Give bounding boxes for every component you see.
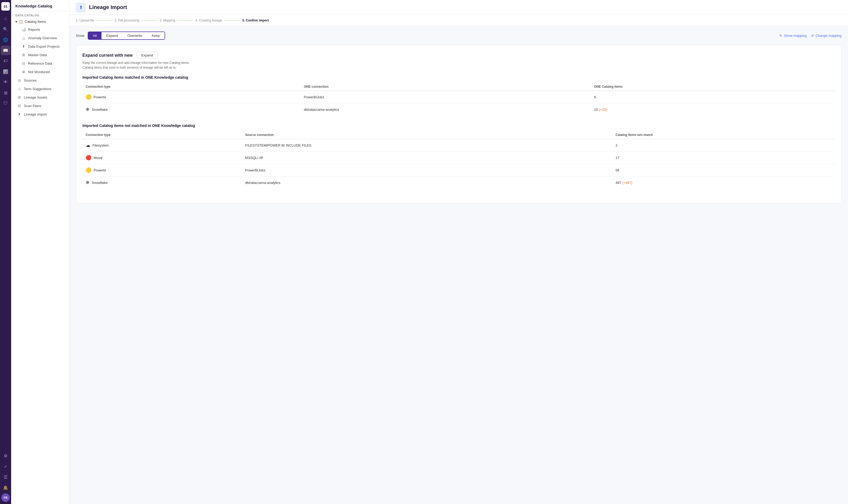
- lineage-assets-icon: ⊞: [17, 95, 22, 100]
- powerbi-icon-1: 🟡: [86, 94, 91, 100]
- filter-show-label: Show: [76, 34, 85, 38]
- bar-chart-icon[interactable]: 📊: [1, 67, 10, 76]
- matched-col-items: ONE Catalog items: [591, 83, 835, 91]
- sidebar-top-item-lineage-assets-label: Lineage Assets: [24, 95, 47, 100]
- filesystem-icon: ☁: [86, 142, 90, 148]
- check-icon[interactable]: ✓: [1, 462, 10, 471]
- sidebar-top-item-term-suggestions-label: Term Suggestions: [24, 87, 51, 91]
- matched-row2-items-extra: (+10): [599, 108, 607, 111]
- shield-icon[interactable]: 🛡: [1, 98, 10, 108]
- search-icon[interactable]: 🔍: [1, 24, 10, 34]
- sidebar-top-item-scan-plans[interactable]: ⊟ Scan Plans: [13, 102, 68, 110]
- unmatched-row1-items: 2: [612, 139, 835, 151]
- unmatched-row3-conn-type: 🟡 Powerbi: [83, 164, 242, 177]
- list-icon[interactable]: ☰: [1, 472, 10, 482]
- desc-line-2: Catalog items that exist in both version…: [83, 65, 835, 70]
- matched-col-one-conn: ONE connection: [301, 83, 591, 91]
- filter-tab-keep[interactable]: Keep: [147, 32, 165, 39]
- filter-tab-overwrite[interactable]: Overwrite: [123, 32, 147, 39]
- wizard-steps: 1. Upload file 2. File processing 3. Map…: [69, 15, 848, 26]
- page-title: Lineage Import: [89, 4, 127, 10]
- matched-row1-one-conn: PowerBIJob1: [301, 91, 591, 103]
- expand-card: Expand current with new Expand Keep the …: [76, 45, 842, 203]
- show-mapping-icon: ↻: [779, 34, 782, 38]
- reference-data-icon: ⊟: [21, 61, 26, 66]
- unmatched-row4-source-conn: dbt/ataccama-analytics: [242, 177, 612, 189]
- expand-button[interactable]: Expand: [137, 52, 158, 59]
- sidebar-top-item-sources[interactable]: ◎ Sources: [13, 76, 68, 84]
- unmatched-col-items: Catalog items w/o match: [612, 131, 835, 139]
- app-logo: 01: [1, 2, 10, 11]
- table-row: 🟡 Powerbi PowerBIJob1 6: [83, 91, 835, 103]
- show-mapping-button[interactable]: ↻ Show mapping: [779, 34, 807, 38]
- unmatched-row2-items: 17: [612, 151, 835, 164]
- grid-icon[interactable]: ⊞: [1, 88, 10, 97]
- unmatched-row4-conn-label: Snowflake: [92, 181, 108, 185]
- sidebar-top-item-sources-label: Sources: [24, 78, 37, 83]
- sidebar-top-item-lineage-assets[interactable]: ⊞ Lineage Assets: [13, 93, 68, 101]
- unmatched-row3-source-conn: PowerBIJob1: [242, 164, 612, 177]
- matched-row1-conn-type: 🟡 Powerbi: [83, 91, 301, 103]
- catalog-items-toggle[interactable]: ▾ 📋 Catalog Items: [11, 18, 69, 25]
- step-3: 3. Mapping: [160, 19, 175, 22]
- book-icon[interactable]: 📖: [1, 46, 10, 55]
- matched-row2-items: 10 (+10): [591, 103, 835, 116]
- matched-row1-items: 6: [591, 91, 835, 103]
- upload-icon: ⬆: [79, 4, 83, 10]
- catalog-items-icon: 📋: [19, 20, 23, 23]
- step-4: 4. Creating lineage: [195, 19, 222, 22]
- sidebar-item-anomaly[interactable]: △ Anomaly Overview: [13, 34, 68, 42]
- unmatched-table-title: Imported Catalog items not matched in ON…: [83, 124, 835, 128]
- matched-col-conn-type: Connection type: [83, 83, 301, 91]
- table-row: ❄ Snowflake dbt/ataccama-analytics 10 (+…: [83, 103, 835, 116]
- unmatched-col-conn-type: Connection type: [83, 131, 242, 139]
- unmatched-table: Connection type Source connection Catalo…: [83, 131, 835, 189]
- term-suggestions-icon: ◇: [17, 87, 22, 91]
- mssql-icon: 🔴: [86, 155, 91, 161]
- settings-icon[interactable]: ⚙: [1, 451, 10, 461]
- sidebar-title: Knowledge Catalog: [11, 0, 69, 11]
- sidebar-top-item-lineage-import-label: Lineage Import: [24, 112, 47, 116]
- sidebar-top-item-term-suggestions[interactable]: ◇ Term Suggestions: [13, 85, 68, 93]
- filter-tab-expand[interactable]: Expand: [102, 32, 123, 39]
- unmatched-row4-items-count: 497: [616, 181, 621, 185]
- anomaly-icon: △: [21, 36, 26, 40]
- sidebar-top-item-lineage-import[interactable]: ⬆ Lineage Import: [13, 110, 68, 118]
- sidebar-item-master-data[interactable]: ⊞ Master Data: [13, 51, 68, 59]
- sidebar-item-data-export[interactable]: ⬆ Data Export Projects: [13, 42, 68, 50]
- filter-tabs: All Expand Overwrite Keep: [88, 32, 165, 40]
- icon-rail: 01 ⌂ 🔍 🌐 📖 🏷 📊 👁 ⊞ 🛡 ⚙ ✓ ☰ 🔔 FB: [0, 0, 11, 504]
- snowflake-icon-1: ❄: [86, 107, 90, 112]
- unmatched-row4-conn-type: ❄ Snowflake: [83, 177, 242, 189]
- tag-icon[interactable]: 🏷: [1, 56, 10, 66]
- sidebar: Knowledge Catalog Data Catalog ▾ 📋 Catal…: [11, 0, 69, 504]
- table-row: 🟡 Powerbi PowerBIJob1 56: [83, 164, 835, 177]
- sidebar-item-reference-data[interactable]: ⊟ Reference Data: [13, 59, 68, 67]
- bell-icon[interactable]: 🔔: [1, 483, 10, 492]
- filter-tab-all[interactable]: All: [88, 32, 102, 39]
- snowflake-icon-2: ❄: [86, 180, 90, 185]
- matched-table: Connection type ONE connection ONE Catal…: [83, 83, 835, 115]
- avatar[interactable]: FB: [1, 493, 10, 502]
- unmatched-row2-conn-label: Mssql: [93, 156, 103, 160]
- sidebar-item-reports[interactable]: 📊 Reports: [13, 25, 68, 33]
- home-icon[interactable]: ⌂: [1, 14, 10, 23]
- change-mapping-button[interactable]: ↺ Change mapping: [811, 34, 842, 38]
- change-mapping-label: Change mapping: [815, 34, 842, 38]
- unmatched-col-source-conn: Source connection: [242, 131, 612, 139]
- unmatched-row1-conn-type: ☁ Filesystem: [83, 139, 242, 151]
- chevron-down-icon: ▾: [15, 20, 17, 23]
- sidebar-item-anomaly-label: Anomaly Overview: [28, 36, 57, 40]
- globe-icon[interactable]: 🌐: [1, 35, 10, 44]
- sidebar-item-not-monitored[interactable]: ⊗ Not Monitored: [13, 68, 68, 76]
- step-line-2: [142, 20, 158, 21]
- catalog-items-label: Catalog Items: [25, 20, 46, 23]
- sidebar-item-reference-data-label: Reference Data: [28, 61, 52, 66]
- unmatched-row3-items: 56: [612, 164, 835, 177]
- eye-icon[interactable]: 👁: [1, 77, 10, 87]
- matched-row2-items-count: 10: [594, 108, 598, 111]
- sidebar-section-label: Data Catalog: [11, 11, 69, 18]
- sidebar-item-not-monitored-label: Not Monitored: [28, 70, 50, 74]
- matched-row2-one-conn: dbt/ataccama-analytics: [301, 103, 591, 116]
- sidebar-item-reports-label: Reports: [28, 28, 40, 32]
